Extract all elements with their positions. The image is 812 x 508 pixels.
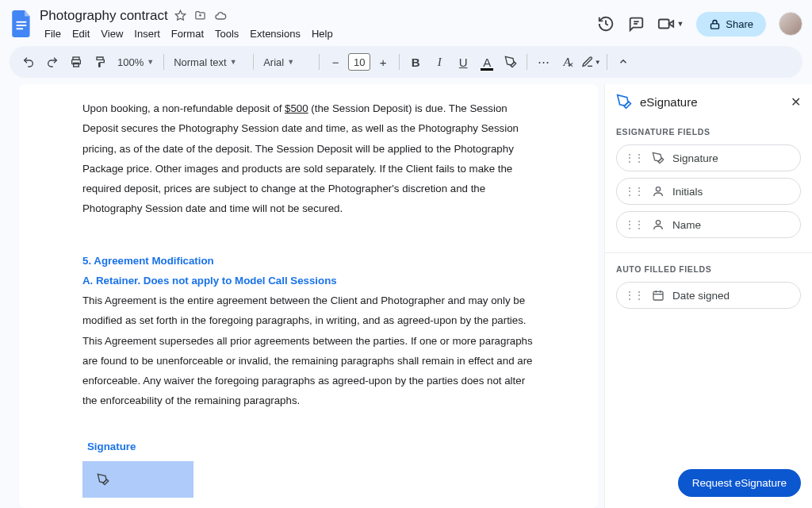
clear-formatting-button[interactable]: A✕ [556, 51, 578, 73]
section-heading: 5. Agreement Modification [82, 251, 534, 271]
svg-point-12 [656, 187, 660, 191]
drag-handle-icon: ⋮⋮ [625, 219, 644, 230]
toolbar-container: 100%▼ Normal text▼ Arial▼ − 10 + B I U A… [0, 43, 812, 84]
field-label: Date signed [672, 290, 730, 302]
highlight-color-button[interactable] [500, 51, 522, 73]
drag-handle-icon: ⋮⋮ [625, 152, 644, 164]
editing-mode-button[interactable]: ▼ [580, 51, 602, 73]
svg-rect-2 [17, 28, 24, 29]
signature-field-placeholder[interactable] [82, 461, 193, 498]
svg-rect-6 [659, 20, 669, 29]
cloud-status-icon[interactable] [214, 10, 227, 22]
field-initials[interactable]: ⋮⋮ Initials [616, 178, 801, 205]
field-date-signed[interactable]: ⋮⋮ Date signed [616, 282, 801, 309]
body-paragraph: Upon booking, a non-refundable deposit o… [82, 98, 534, 219]
share-label: Share [726, 18, 753, 30]
name-field-icon [652, 218, 665, 231]
svg-rect-14 [653, 291, 663, 300]
comments-icon[interactable] [627, 15, 645, 33]
menu-view[interactable]: View [96, 26, 128, 41]
signature-field-icon [652, 152, 665, 164]
text-color-button[interactable]: A [476, 51, 498, 73]
move-icon[interactable] [194, 10, 206, 22]
signature-icon [97, 473, 109, 486]
drag-handle-icon: ⋮⋮ [625, 290, 644, 301]
sidepanel-title: eSignature [640, 95, 783, 109]
subsection-heading: A. Retainer. Does not apply to Model Cal… [82, 271, 534, 291]
account-avatar[interactable] [779, 12, 802, 36]
more-button[interactable]: ⋯ [532, 51, 554, 73]
field-label: Signature [672, 152, 718, 164]
font-size-input[interactable]: 10 [348, 53, 370, 71]
auto-filled-fields-label: AUTO FILLED FIELDS [616, 264, 801, 274]
redo-button[interactable] [41, 51, 63, 73]
share-button[interactable]: Share [696, 12, 766, 37]
print-button[interactable] [65, 51, 87, 73]
decrease-font-size-button[interactable]: − [324, 51, 347, 73]
esignature-fields-label: ESIGNATURE FIELDS [616, 127, 801, 137]
signature-label: Signature [87, 437, 534, 456]
esignature-panel-icon [616, 94, 632, 110]
history-icon[interactable] [597, 15, 615, 33]
menu-insert[interactable]: Insert [129, 26, 165, 41]
svg-point-13 [656, 221, 660, 225]
app-header: Photography contract File Edit View Inse… [0, 0, 812, 43]
underline-button[interactable]: U [452, 51, 474, 73]
star-icon[interactable] [174, 10, 186, 22]
main-area: Upon booking, a non-refundable deposit o… [0, 84, 812, 508]
field-label: Initials [672, 186, 703, 198]
docs-logo-icon[interactable] [10, 8, 35, 40]
svg-rect-0 [17, 21, 27, 23]
date-field-icon [652, 289, 665, 302]
italic-button[interactable]: I [428, 51, 450, 73]
meet-icon[interactable]: ▼ [657, 15, 684, 33]
esignature-sidepanel: eSignature ✕ ESIGNATURE FIELDS ⋮⋮ Signat… [604, 84, 812, 508]
field-label: Name [672, 219, 701, 231]
svg-rect-8 [711, 23, 719, 28]
paragraph-style-dropdown[interactable]: Normal text▼ [169, 51, 248, 73]
menu-file[interactable]: File [40, 26, 66, 41]
svg-marker-3 [175, 10, 186, 20]
toolbar: 100%▼ Normal text▼ Arial▼ − 10 + B I U A… [10, 46, 802, 78]
body-paragraph: This Agreement is the entire agreement b… [82, 291, 534, 411]
field-name[interactable]: ⋮⋮ Name [616, 211, 801, 238]
zoom-dropdown[interactable]: 100%▼ [113, 51, 159, 73]
font-family-dropdown[interactable]: Arial▼ [259, 51, 314, 73]
title-area: Photography contract File Edit View Inse… [40, 7, 597, 41]
document-title[interactable]: Photography contract [40, 8, 168, 24]
increase-font-size-button[interactable]: + [372, 51, 394, 73]
initials-field-icon [652, 185, 665, 198]
menu-edit[interactable]: Edit [67, 26, 94, 41]
header-actions: ▼ Share [597, 12, 802, 37]
collapse-toolbar-button[interactable] [612, 51, 634, 73]
drag-handle-icon: ⋮⋮ [625, 186, 644, 197]
font-size-control: − 10 + [324, 51, 394, 73]
menu-bar: File Edit View Insert Format Tools Exten… [40, 26, 597, 41]
document-page[interactable]: Upon booking, a non-refundable deposit o… [19, 84, 598, 508]
request-esignature-button[interactable]: Request eSignature [678, 469, 801, 497]
menu-tools[interactable]: Tools [210, 26, 243, 41]
field-signature[interactable]: ⋮⋮ Signature [616, 144, 801, 171]
menu-extensions[interactable]: Extensions [245, 26, 305, 41]
menu-help[interactable]: Help [307, 26, 338, 41]
paint-format-button[interactable] [89, 51, 111, 73]
document-pane[interactable]: Upon booking, a non-refundable deposit o… [0, 84, 604, 508]
close-panel-button[interactable]: ✕ [791, 94, 801, 110]
bold-button[interactable]: B [404, 51, 427, 73]
menu-format[interactable]: Format [167, 26, 209, 41]
undo-button[interactable] [17, 51, 40, 73]
svg-rect-1 [17, 25, 27, 26]
